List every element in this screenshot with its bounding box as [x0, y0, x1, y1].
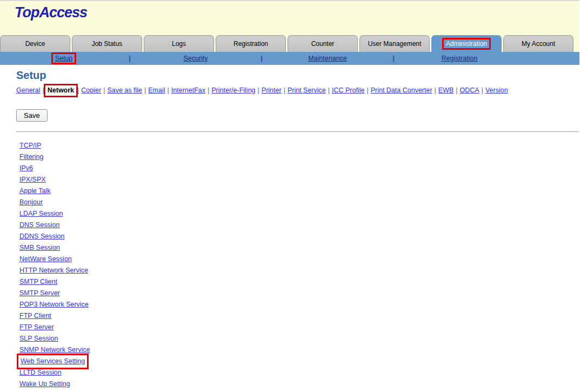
tab-label: Counter	[311, 40, 335, 48]
list-item: Filtering	[19, 151, 579, 163]
network-link-dns-session[interactable]: DNS Session	[19, 221, 59, 229]
list-item: FTP Client	[19, 310, 579, 322]
list-item: Bonjour	[19, 197, 579, 208]
network-link-ldap-session[interactable]: LDAP Session	[19, 210, 63, 217]
subnav-bar: Setup|Security|Maintenance|Registration	[0, 52, 579, 65]
list-item: TCP/IP	[19, 140, 579, 151]
section-link-icc-profile[interactable]: ICC Profile	[332, 87, 364, 94]
subnav-separator-cell: |	[97, 55, 163, 62]
separator: |	[142, 87, 148, 94]
network-link-apple-talk[interactable]: Apple Talk	[19, 187, 50, 195]
subnav-link-security[interactable]: Security	[183, 55, 208, 62]
network-settings-list: TCP/IPFilteringIPv6IPX/SPXApple TalkBonj…	[16, 140, 579, 390]
tab-administration[interactable]: Administration	[431, 35, 502, 52]
tab-logs[interactable]: Logs	[144, 35, 214, 52]
network-link-pop3-network-service[interactable]: POP3 Network Service	[19, 301, 89, 308]
network-link-smb-session[interactable]: SMB Session	[19, 244, 60, 251]
network-link-snmp-network-service[interactable]: SNMP Network Service	[19, 346, 90, 354]
separator: |	[326, 87, 332, 94]
highlight-box: Web Services Setting	[17, 354, 89, 369]
subnav-separator-cell: |	[229, 55, 295, 62]
network-link-http-network-service[interactable]: HTTP Network Service	[19, 267, 88, 274]
subnav-cell: Maintenance	[295, 55, 361, 62]
list-item: POP3 Network Service	[19, 299, 579, 310]
list-item: SNMP Network Service	[19, 344, 579, 356]
separator: |	[364, 87, 370, 94]
save-button[interactable]: Save	[16, 109, 48, 122]
tab-job-status[interactable]: Job Status	[72, 35, 142, 52]
section-link-printer-e-filing[interactable]: Printer/e-Filing	[211, 87, 255, 94]
highlight-box: Network	[44, 84, 78, 97]
section-link-general[interactable]: General	[16, 87, 40, 94]
section-link-print-data-converter[interactable]: Print Data Converter	[371, 87, 432, 94]
list-item: Apple Talk	[19, 185, 579, 197]
subnav-link-maintenance[interactable]: Maintenance	[308, 55, 347, 62]
section-link-odca[interactable]: ODCA	[460, 87, 479, 94]
tab-counter[interactable]: Counter	[288, 35, 358, 52]
list-item: NetWare Session	[19, 254, 579, 265]
divider	[16, 131, 579, 132]
separator: |	[129, 55, 130, 62]
tab-label: My Account	[522, 40, 555, 48]
separator: |	[256, 87, 262, 94]
separator: |	[282, 87, 288, 94]
section-link-internetfax[interactable]: InternetFax	[171, 87, 205, 94]
section-current-network[interactable]: Network	[48, 87, 74, 94]
list-item: Web Services Setting	[19, 356, 579, 367]
section-link-email[interactable]: Email	[148, 87, 165, 94]
setup-section-links: General|Network|Copier|Save as file|Emai…	[16, 86, 579, 95]
tab-label: Job Status	[92, 40, 123, 48]
subnav-link-registration[interactable]: Registration	[442, 55, 478, 62]
network-link-ftp-client[interactable]: FTP Client	[19, 312, 51, 320]
list-item: SMTP Server	[19, 288, 579, 299]
tab-label: Registration	[234, 40, 268, 48]
network-link-ipx-spx[interactable]: IPX/SPX	[19, 176, 46, 183]
network-link-ftp-server[interactable]: FTP Server	[19, 323, 54, 331]
separator: |	[261, 55, 262, 62]
list-item: SLP Session	[19, 333, 579, 344]
main-content: Setup General|Network|Copier|Save as fil…	[0, 69, 579, 390]
network-link-wake-up-setting[interactable]: Wake Up Setting	[19, 380, 70, 388]
list-item: SMB Session	[19, 242, 579, 254]
list-item: SMTP Client	[19, 276, 579, 288]
list-item: DNS Session	[19, 220, 579, 231]
section-link-copier[interactable]: Copier	[81, 87, 101, 94]
highlight-box: Administration	[442, 38, 491, 50]
network-link-bonjour[interactable]: Bonjour	[19, 198, 43, 206]
network-link-tcp-ip[interactable]: TCP/IP	[19, 142, 41, 149]
separator: |	[101, 87, 107, 94]
list-item: DDNS Session	[19, 231, 579, 242]
section-link-save-as-file[interactable]: Save as file	[107, 87, 142, 94]
section-link-print-service[interactable]: Print Service	[288, 87, 326, 94]
tab-device[interactable]: Device	[0, 35, 70, 52]
network-link-filtering[interactable]: Filtering	[19, 153, 43, 161]
tab-user-management[interactable]: User Management	[359, 35, 430, 52]
section-link-printer[interactable]: Printer	[262, 87, 282, 94]
network-link-smtp-client[interactable]: SMTP Client	[19, 278, 57, 285]
tab-registration[interactable]: Registration	[216, 35, 286, 52]
network-link-slp-session[interactable]: SLP Session	[19, 335, 58, 342]
topaccess-logo: TopAccess	[15, 4, 87, 21]
tab-my-account[interactable]: My Account	[503, 35, 573, 52]
network-link-netware-session[interactable]: NetWare Session	[19, 255, 72, 263]
list-item: HTTP Network Service	[19, 265, 579, 276]
section-link-ewb[interactable]: EWB	[438, 87, 453, 94]
network-link-web-services-setting[interactable]: Web Services Setting	[21, 357, 85, 365]
network-link-smtp-server[interactable]: SMTP Server	[19, 289, 60, 297]
list-item: IPX/SPX	[19, 174, 579, 185]
separator: |	[479, 87, 485, 94]
list-item: LLTD Session	[19, 367, 579, 378]
list-item: FTP Server	[19, 322, 579, 333]
page-title: Setup	[16, 69, 579, 82]
network-link-ddns-session[interactable]: DDNS Session	[19, 232, 64, 240]
subnav-cell: Registration	[426, 55, 492, 62]
tab-bar: DeviceJob StatusLogsRegistrationCounterU…	[0, 35, 579, 52]
section-link-version[interactable]: Version	[485, 87, 508, 94]
highlight-box: Setup	[51, 52, 77, 64]
list-item: Wake Up Setting	[19, 378, 579, 390]
separator: |	[453, 87, 459, 94]
tab-label: User Management	[368, 40, 422, 48]
network-link-ipv6[interactable]: IPv6	[19, 164, 33, 172]
network-link-lltd-session[interactable]: LLTD Session	[19, 369, 62, 376]
subnav-link-setup[interactable]: Setup	[55, 55, 73, 62]
